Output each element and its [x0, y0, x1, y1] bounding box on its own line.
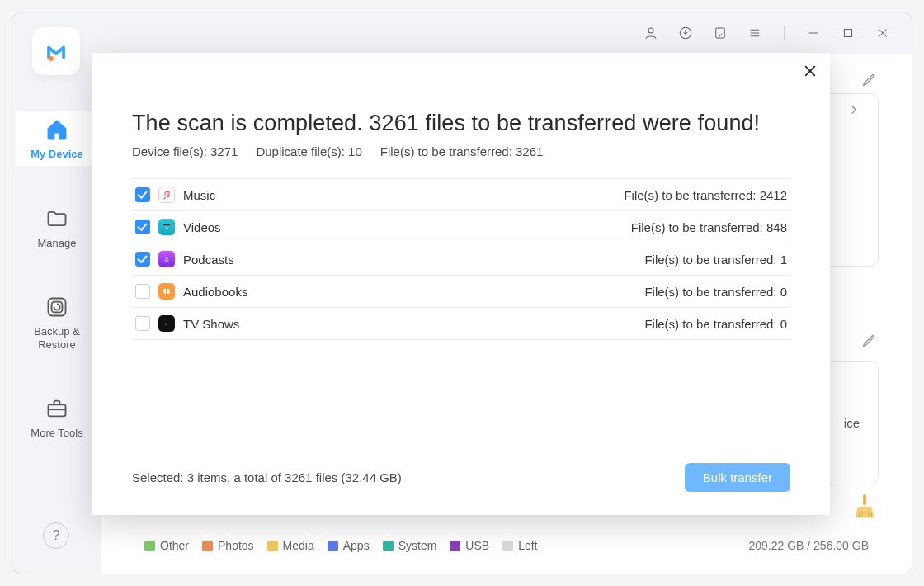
selection-summary: Selected: 3 items, a total of 3261 files…: [132, 470, 402, 484]
sidebar-item-backup-restore[interactable]: Backup & Restore: [16, 289, 97, 356]
list-item[interactable]: tv TV Shows File(s) to be transferred: 0: [132, 308, 790, 340]
window-maximize-button[interactable]: [841, 26, 856, 40]
sidebar-items: My Device Manage Backup & Restore More T…: [12, 111, 101, 445]
chevron-right-icon[interactable]: [846, 102, 861, 121]
checkbox[interactable]: [135, 220, 150, 234]
titlebar-separator: [784, 26, 785, 40]
checkbox[interactable]: [135, 284, 150, 299]
file-type-label: Audiobooks: [183, 285, 248, 299]
scan-results-modal: The scan is completed. 3261 files to be …: [92, 53, 830, 515]
cleaner-icon[interactable]: [852, 493, 877, 524]
list-item[interactable]: Videos File(s) to be transferred: 848: [132, 211, 790, 243]
legend-chip-media: Media: [267, 539, 314, 552]
file-count: File(s) to be transferred: 1: [644, 253, 787, 267]
sidebar: My Device Manage Backup & Restore More T…: [12, 12, 101, 574]
legend-label: System: [398, 539, 437, 552]
refresh-square-icon: [16, 295, 97, 319]
legend-label: Media: [283, 539, 314, 552]
menu-icon[interactable]: [747, 26, 762, 40]
download-icon[interactable]: [678, 26, 693, 40]
svg-rect-10: [163, 224, 171, 226]
pencil-icon[interactable]: [860, 331, 879, 352]
legend-label: Photos: [218, 539, 254, 552]
sidebar-item-label: Manage: [16, 237, 97, 250]
music-icon: [158, 187, 175, 203]
legend-label: Apps: [343, 539, 370, 552]
window-minimize-button[interactable]: [806, 26, 821, 40]
sidebar-item-manage[interactable]: Manage: [16, 201, 97, 255]
user-icon[interactable]: [644, 26, 658, 40]
videos-icon: [158, 219, 175, 235]
file-type-label: Videos: [183, 220, 221, 234]
modal-title: The scan is completed. 3261 files to be …: [132, 111, 790, 136]
svg-marker-11: [166, 227, 168, 229]
sidebar-item-my-device[interactable]: My Device: [16, 111, 97, 166]
note-icon[interactable]: [713, 26, 728, 40]
sidebar-item-more-tools[interactable]: More Tools: [16, 390, 97, 445]
stat-transfer-files: File(s) to be transferred: 3261: [380, 144, 544, 158]
legend-chip-other: Other: [144, 539, 189, 552]
svg-rect-2: [716, 28, 725, 38]
legend-chip-photos: Photos: [202, 539, 254, 552]
checkbox[interactable]: [135, 316, 150, 331]
file-type-label: Podcasts: [183, 253, 234, 267]
legend-chip-left: Left: [502, 539, 537, 552]
pencil-icon[interactable]: [860, 70, 879, 92]
folder-icon: [16, 207, 97, 230]
checkbox[interactable]: [135, 252, 150, 267]
svg-text:tv: tv: [165, 322, 167, 326]
modal-header: The scan is completed. 3261 files to be …: [132, 111, 790, 158]
toolbox-icon: [16, 397, 97, 420]
legend-label: USB: [465, 539, 489, 552]
titlebar: [12, 12, 912, 54]
file-count: File(s) to be transferred: 0: [644, 317, 787, 331]
svg-rect-6: [52, 302, 63, 313]
file-count: File(s) to be transferred: 848: [631, 220, 787, 234]
audiobooks-icon: [158, 283, 175, 300]
list-item[interactable]: Audiobooks File(s) to be transferred: 0: [132, 276, 790, 308]
file-type-label: TV Shows: [183, 317, 239, 331]
window-close-button[interactable]: [875, 26, 890, 40]
legend-chip-system: System: [383, 539, 437, 552]
svg-rect-8: [863, 494, 866, 505]
svg-rect-7: [49, 405, 66, 417]
legend-chip-usb: USB: [450, 539, 489, 552]
file-type-label: Music: [183, 188, 215, 202]
bulk-transfer-button[interactable]: Bulk transfer: [685, 463, 790, 492]
tv-icon: tv: [158, 315, 175, 332]
checkbox[interactable]: [135, 187, 150, 202]
sidebar-item-label: More Tools: [16, 427, 97, 440]
modal-stats: Device file(s): 3271 Duplicate file(s): …: [132, 144, 790, 158]
sidebar-item-label: Backup & Restore: [16, 325, 97, 351]
modal-footer: Selected: 3 items, a total of 3261 files…: [132, 463, 790, 492]
help-button[interactable]: ?: [43, 522, 69, 549]
storage-text: 209.22 GB / 256.00 GB: [748, 539, 869, 552]
legend-chip-apps: Apps: [328, 539, 370, 552]
list-item[interactable]: Music File(s) to be transferred: 2412: [132, 179, 790, 211]
svg-point-12: [166, 258, 168, 260]
storage-legend: Other Photos Media Apps System USB Left …: [144, 539, 869, 552]
stat-duplicate-files: Duplicate file(s): 10: [256, 144, 361, 158]
file-type-list: Music File(s) to be transferred: 2412 Vi…: [132, 178, 790, 340]
legend-label: Other: [160, 539, 189, 552]
home-icon: [16, 118, 97, 141]
file-count: File(s) to be transferred: 0: [644, 285, 787, 299]
close-icon[interactable]: [802, 63, 818, 83]
svg-rect-3: [845, 30, 852, 37]
legend-label: Left: [518, 539, 537, 552]
svg-point-0: [648, 28, 653, 33]
stat-device-files: Device file(s): 3271: [132, 144, 238, 158]
sidebar-item-label: My Device: [16, 148, 97, 161]
file-count: File(s) to be transferred: 2412: [624, 188, 787, 202]
podcasts-icon: [158, 251, 175, 267]
card-text-fragment: ice: [844, 416, 860, 430]
list-item[interactable]: Podcasts File(s) to be transferred: 1: [132, 243, 790, 276]
